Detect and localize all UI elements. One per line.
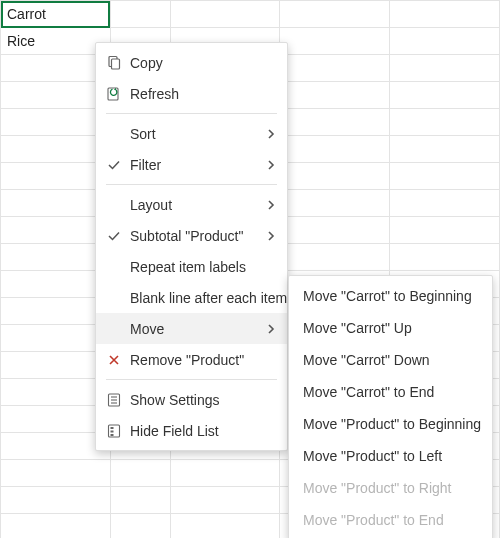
menu-refresh[interactable]: Refresh bbox=[96, 78, 287, 109]
check-icon bbox=[104, 157, 124, 173]
menu-label: Subtotal "Product" bbox=[124, 228, 265, 244]
menu-sort[interactable]: Sort bbox=[96, 118, 287, 149]
separator bbox=[106, 113, 277, 114]
menu-remove[interactable]: Remove "Product" bbox=[96, 344, 287, 375]
menu-label: Sort bbox=[124, 126, 265, 142]
refresh-icon bbox=[104, 86, 124, 102]
separator bbox=[106, 184, 277, 185]
context-menu: Copy Refresh Sort Filter Layout bbox=[95, 42, 288, 451]
chevron-right-icon bbox=[265, 230, 277, 242]
submenu-move-down[interactable]: Move "Carrot" Down bbox=[289, 344, 492, 376]
submenu-move-end[interactable]: Move "Carrot" to End bbox=[289, 376, 492, 408]
menu-copy[interactable]: Copy bbox=[96, 47, 287, 78]
x-icon bbox=[104, 353, 124, 367]
submenu-move-beginning[interactable]: Move "Carrot" to Beginning bbox=[289, 280, 492, 312]
chevron-right-icon bbox=[265, 159, 277, 171]
svg-rect-7 bbox=[109, 425, 120, 437]
chevron-right-icon bbox=[265, 128, 277, 140]
svg-rect-8 bbox=[111, 427, 114, 429]
chevron-right-icon bbox=[265, 323, 277, 335]
menu-show-settings[interactable]: Show Settings bbox=[96, 384, 287, 415]
separator bbox=[106, 379, 277, 380]
chevron-right-icon bbox=[265, 199, 277, 211]
cell[interactable] bbox=[110, 1, 170, 28]
menu-label: Blank line after each item bbox=[124, 290, 287, 306]
menu-filter[interactable]: Filter bbox=[96, 149, 287, 180]
svg-rect-1 bbox=[112, 59, 120, 69]
menu-layout[interactable]: Layout bbox=[96, 189, 287, 220]
menu-label: Show Settings bbox=[124, 392, 277, 408]
menu-hide-field-list[interactable]: Hide Field List bbox=[96, 415, 287, 446]
field-list-icon bbox=[104, 423, 124, 439]
menu-label: Refresh bbox=[124, 86, 277, 102]
submenu-move-product-left[interactable]: Move "Product" to Left bbox=[289, 440, 492, 472]
menu-repeat-labels[interactable]: Repeat item labels bbox=[96, 251, 287, 282]
menu-label: Copy bbox=[124, 55, 277, 71]
menu-label: Layout bbox=[124, 197, 265, 213]
svg-rect-9 bbox=[111, 430, 114, 432]
move-submenu: Move "Carrot" to Beginning Move "Carrot"… bbox=[288, 275, 493, 538]
settings-list-icon bbox=[104, 392, 124, 408]
copy-icon bbox=[104, 55, 124, 71]
cell-a1[interactable]: Carrot bbox=[1, 1, 111, 28]
submenu-move-product-right: Move "Product" to Right bbox=[289, 472, 492, 504]
menu-subtotal[interactable]: Subtotal "Product" bbox=[96, 220, 287, 251]
cell[interactable] bbox=[280, 1, 390, 28]
cell-a2[interactable]: Rice bbox=[1, 28, 111, 55]
submenu-move-product-beginning[interactable]: Move "Product" to Beginning bbox=[289, 408, 492, 440]
check-icon bbox=[104, 228, 124, 244]
submenu-move-product-end: Move "Product" to End bbox=[289, 504, 492, 536]
cell[interactable] bbox=[170, 1, 280, 28]
svg-rect-10 bbox=[111, 434, 114, 436]
cell[interactable] bbox=[390, 1, 500, 28]
menu-label: Repeat item labels bbox=[124, 259, 277, 275]
menu-label: Move bbox=[124, 321, 265, 337]
menu-blank-line[interactable]: Blank line after each item bbox=[96, 282, 287, 313]
menu-label: Hide Field List bbox=[124, 423, 277, 439]
menu-label: Filter bbox=[124, 157, 265, 173]
submenu-move-up[interactable]: Move "Carrot" Up bbox=[289, 312, 492, 344]
menu-label: Remove "Product" bbox=[124, 352, 277, 368]
menu-move[interactable]: Move bbox=[96, 313, 287, 344]
